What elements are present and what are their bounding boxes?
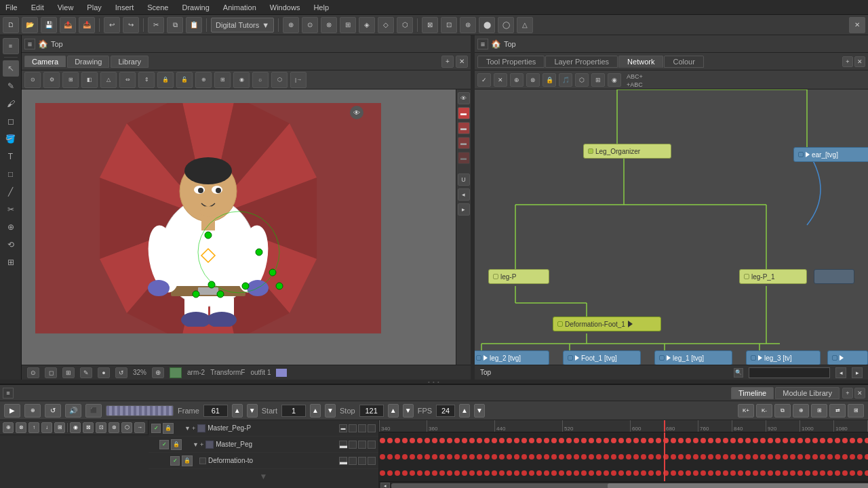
network-tool-4[interactable]: ⊗ xyxy=(526,73,540,87)
frame-dot[interactable] xyxy=(536,470,542,476)
transform-tool[interactable]: ⟲ xyxy=(3,237,19,253)
frame-dot[interactable] xyxy=(417,454,422,460)
node-leg-p-1[interactable]: leg-P_1 xyxy=(739,269,807,284)
frame-dot[interactable] xyxy=(544,438,549,443)
frame-dot[interactable] xyxy=(447,470,452,476)
frame-dot[interactable] xyxy=(536,438,542,443)
start-input[interactable] xyxy=(281,405,306,417)
tool-btn-5[interactable]: ◈ xyxy=(359,17,375,33)
frame-dot[interactable] xyxy=(484,454,490,460)
eye-control[interactable]: 👁 xyxy=(458,92,470,104)
new-button[interactable]: 🗋 xyxy=(3,17,19,33)
frame-dot[interactable] xyxy=(820,438,825,443)
frame-dot[interactable] xyxy=(827,438,833,443)
frame-dot[interactable] xyxy=(775,438,781,443)
frame-dot[interactable] xyxy=(723,470,728,476)
frame-dot[interactable] xyxy=(387,454,393,460)
frame-dot[interactable] xyxy=(626,470,631,476)
frame-dot[interactable] xyxy=(708,470,713,476)
frame-dot[interactable] xyxy=(693,438,698,443)
network-tool-9[interactable]: ◉ xyxy=(608,73,621,87)
menu-item-play[interactable]: Play xyxy=(84,2,104,13)
frame-dot[interactable] xyxy=(633,454,639,460)
paste-button[interactable]: 📋 xyxy=(186,17,202,33)
node-partial[interactable] xyxy=(827,350,868,365)
tool-btn-3[interactable]: ⊗ xyxy=(321,17,337,33)
frame-dot[interactable] xyxy=(499,438,505,443)
frame-dot[interactable] xyxy=(857,438,863,443)
frame-dot[interactable] xyxy=(715,470,721,476)
frame-dot[interactable] xyxy=(410,470,415,476)
stop-input[interactable] xyxy=(359,405,384,417)
add-layer-button[interactable]: ⊕ xyxy=(3,422,14,433)
scroll-track[interactable] xyxy=(391,483,868,489)
frame-dot[interactable] xyxy=(581,470,587,476)
track-expand-1[interactable]: ▼ xyxy=(184,425,191,432)
undo-button[interactable]: ↩ xyxy=(104,17,120,33)
frame-dot[interactable] xyxy=(715,438,721,443)
stop-down[interactable]: ▼ xyxy=(403,404,414,418)
frame-dot[interactable] xyxy=(551,454,557,460)
frame-dot[interactable] xyxy=(842,438,848,443)
frame-dot[interactable] xyxy=(551,438,557,443)
frame-dot[interactable] xyxy=(439,438,445,443)
frame-dot[interactable] xyxy=(574,438,579,443)
frame-dot[interactable] xyxy=(738,454,743,460)
frame-dot[interactable] xyxy=(484,438,490,443)
save-as-button[interactable]: 📤 xyxy=(60,17,76,33)
frame-dot[interactable] xyxy=(812,454,818,460)
frame-dot[interactable] xyxy=(492,470,497,476)
frame-dot[interactable] xyxy=(783,470,788,476)
expand-view[interactable]: ⊞ xyxy=(848,404,864,418)
cutter-tool[interactable]: ✂ xyxy=(3,201,19,218)
loop-button[interactable]: ↺ xyxy=(45,404,61,418)
frame-dot[interactable] xyxy=(753,470,758,476)
frame-dot[interactable] xyxy=(507,438,512,443)
frame-dot[interactable] xyxy=(708,454,713,460)
frame-dot[interactable] xyxy=(611,454,616,460)
frame-dot[interactable] xyxy=(686,470,691,476)
frame-dot[interactable] xyxy=(633,438,639,443)
frame-dot[interactable] xyxy=(641,438,646,443)
node-ear-tvg[interactable]: ear_[tvg] xyxy=(793,147,868,162)
frame-dot[interactable] xyxy=(566,470,572,476)
frame-dot[interactable] xyxy=(797,454,803,460)
frame-dot[interactable] xyxy=(536,454,542,460)
swap-view[interactable]: ⇄ xyxy=(829,404,846,418)
tab-network[interactable]: Network xyxy=(618,56,663,68)
tab-timeline[interactable]: Timeline xyxy=(731,387,774,399)
play-button[interactable]: ▶ xyxy=(4,404,20,418)
expand-control[interactable]: ▸ xyxy=(458,203,470,216)
tab-library[interactable]: Library xyxy=(111,56,149,68)
menu-item-view[interactable]: View xyxy=(55,2,77,13)
frame-dot[interactable] xyxy=(686,454,691,460)
frame-dot[interactable] xyxy=(626,438,631,443)
frame-dot[interactable] xyxy=(760,438,766,443)
3d-button[interactable]: ◉ xyxy=(233,72,250,88)
status-tool2[interactable]: ◻ xyxy=(45,367,57,378)
layer-control-2[interactable]: ▬ xyxy=(458,122,470,134)
network-canvas[interactable]: ear_[tvg] Leg_Organizer leg-P leg-P_1 De… xyxy=(475,89,868,365)
frame-dot[interactable] xyxy=(745,454,751,460)
workspace-dropdown[interactable]: Digital Tutors ▼ xyxy=(211,18,274,33)
frame-dot[interactable] xyxy=(865,470,868,476)
move-down-button[interactable]: ↓ xyxy=(41,422,52,433)
frame-up[interactable]: ▲ xyxy=(232,404,243,418)
node-leg-p[interactable]: leg-P xyxy=(488,269,549,284)
frame-dot[interactable] xyxy=(380,438,385,443)
frame-dot[interactable] xyxy=(551,470,557,476)
refresh-status[interactable]: ↺ xyxy=(115,367,127,378)
timeline-close-tab[interactable]: ✕ xyxy=(854,388,865,399)
frame-dot[interactable] xyxy=(514,438,519,443)
paint-tool[interactable]: 🪣 xyxy=(3,131,19,147)
frame-dot[interactable] xyxy=(447,454,452,460)
frame-dot[interactable] xyxy=(723,454,728,460)
timeline-scrollbar[interactable]: ◂ ▸ xyxy=(379,481,868,488)
track-tool2[interactable]: ⊡ xyxy=(96,422,106,433)
tab-drawing[interactable]: Drawing xyxy=(67,56,109,68)
render-movie[interactable]: ⊕ xyxy=(793,404,809,418)
menu-item-animation[interactable]: Animation xyxy=(220,2,259,13)
layer-control-3[interactable]: ▬ xyxy=(458,137,470,149)
frame-dot[interactable] xyxy=(604,454,609,460)
record-status[interactable]: ● xyxy=(98,367,110,378)
